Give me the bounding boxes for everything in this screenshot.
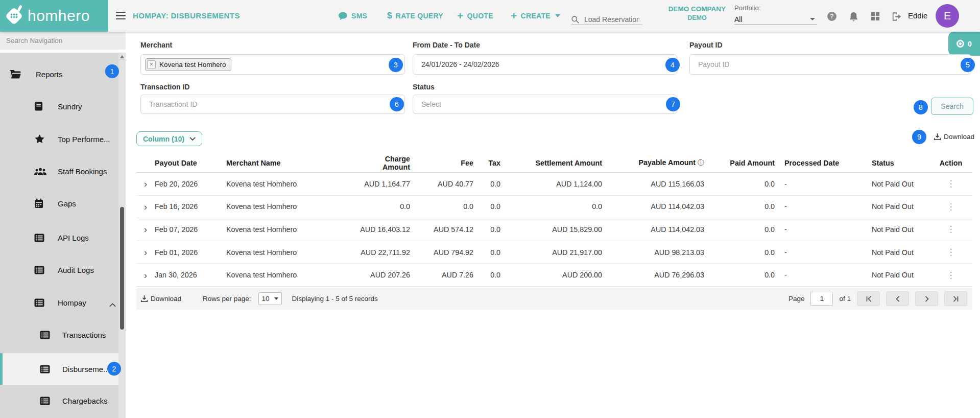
page-number-input[interactable] <box>810 292 833 306</box>
sms-button[interactable]: SMS <box>338 0 367 32</box>
transaction-id-label: Transaction ID <box>140 83 189 91</box>
row-actions-menu-icon[interactable]: ⋮ <box>947 247 955 257</box>
chip-remove-icon[interactable]: × <box>147 60 156 69</box>
cell-fee: AUD 794.92 <box>412 248 475 257</box>
download-button-footer[interactable]: Download <box>140 295 181 303</box>
create-button[interactable]: + CREATE <box>511 0 560 32</box>
merchant-input[interactable]: × Kovena test Homhero <box>140 54 405 75</box>
annotation-badge-1: 1 <box>105 64 119 78</box>
avatar[interactable]: E <box>936 4 959 28</box>
info-icon[interactable]: ⓘ <box>698 159 704 167</box>
payout-id-label: Payout ID <box>689 41 723 49</box>
quote-button[interactable]: + QUOTE <box>457 0 493 32</box>
status-field[interactable] <box>420 100 657 109</box>
cell-charge: AUD 207.26 <box>356 271 412 279</box>
sidebar-item-hompay[interactable]: Hompay <box>0 287 118 318</box>
scroll-up-arrow-icon[interactable] <box>120 55 124 58</box>
column-selector-button[interactable]: Column (10) <box>136 131 202 146</box>
plus-icon: + <box>511 10 517 21</box>
menu-hamburger-icon[interactable] <box>116 12 126 19</box>
date-range-input[interactable] <box>413 54 677 75</box>
apps-button[interactable] <box>870 11 881 22</box>
download-label: Download <box>151 295 181 303</box>
first-page-button[interactable] <box>857 291 880 306</box>
cell-payable: AUD 114,042.03 <box>604 202 706 211</box>
table-footer: Download Rows per page: 10 Displaying 1 … <box>136 288 972 310</box>
transaction-id-field[interactable] <box>148 100 385 109</box>
download-button-top[interactable]: Download <box>934 133 974 141</box>
cell-status: Not Paid Out <box>843 180 929 188</box>
row-actions-menu-icon[interactable]: ⋮ <box>947 179 955 189</box>
cell-payout-date: Feb 07, 2026 <box>155 225 226 234</box>
sms-label: SMS <box>351 12 367 20</box>
last-page-button[interactable] <box>944 291 967 306</box>
cell-payable: AUD 115,166.03 <box>604 180 706 188</box>
table-row: › Feb 07, 2026 Kovena test Homhero AUD 1… <box>136 218 972 241</box>
sidebar-item-reports[interactable]: Reports <box>0 58 118 90</box>
rate-query-label: RATE QUERY <box>396 12 443 20</box>
sidebar-item-transactions[interactable]: Transactions <box>0 319 118 351</box>
previous-page-button[interactable] <box>886 291 909 306</box>
star-icon <box>34 134 45 144</box>
load-reservation-input[interactable] <box>583 15 640 24</box>
cell-merchant: Kovena test Homhero <box>226 225 356 234</box>
record-icon <box>957 40 964 48</box>
portfolio-select[interactable]: All <box>734 14 817 25</box>
cell-tax: 0.0 <box>475 180 506 188</box>
transaction-id-input[interactable] <box>140 95 405 114</box>
logo[interactable]: homhero <box>0 0 108 32</box>
expand-row-icon[interactable]: › <box>144 224 147 234</box>
rows-per-page-label: Rows per page: <box>203 295 251 303</box>
rows-per-page-select[interactable]: 10 <box>258 292 282 305</box>
sidebar-search-input[interactable] <box>5 36 107 45</box>
sidebar-item-staff-bookings[interactable]: Staff Bookings <box>0 155 118 187</box>
sidebar-item-sundry[interactable]: Sundry <box>0 90 118 122</box>
column-header-charge-amount: Charge Amount <box>356 155 412 171</box>
expand-row-icon[interactable]: › <box>144 179 147 189</box>
sidebar-item-api-logs[interactable]: API Logs <box>0 222 118 253</box>
column-header-fee: Fee <box>412 159 475 167</box>
records-tab-count: 0 <box>968 40 972 48</box>
annotation-badge-9: 9 <box>912 130 926 144</box>
sidebar-item-top-performers[interactable]: Top Performe... <box>0 123 118 155</box>
cell-processed: - <box>776 248 843 257</box>
cell-tax: 0.0 <box>475 248 506 257</box>
sidebar-search[interactable] <box>0 32 126 50</box>
sidebar-item-audit-logs[interactable]: Audit Logs <box>0 254 118 286</box>
scrollbar-thumb[interactable] <box>120 207 124 330</box>
sidebar-scrollbar[interactable] <box>118 53 126 418</box>
logout-button[interactable] <box>891 11 902 22</box>
notifications-button[interactable] <box>848 11 859 22</box>
expand-row-icon[interactable]: › <box>144 270 147 280</box>
sidebar-item-label: Transactions <box>62 331 106 339</box>
search-button[interactable]: Search <box>931 98 973 115</box>
company-line2: DEMO <box>664 14 730 21</box>
chevron-down-icon <box>555 14 560 17</box>
search-icon <box>571 15 580 24</box>
expand-row-icon[interactable]: › <box>144 202 147 212</box>
status-select[interactable] <box>413 95 677 114</box>
row-actions-menu-icon[interactable]: ⋮ <box>947 224 955 234</box>
records-tab[interactable]: 0 <box>948 32 980 56</box>
bell-icon <box>849 11 858 22</box>
sidebar-separator <box>0 50 126 53</box>
sidebar-item-disbursements[interactable]: Disburseme... <box>0 353 118 385</box>
help-button[interactable]: ? <box>826 11 838 22</box>
rate-query-button[interactable]: $ RATE QUERY <box>387 0 443 32</box>
sidebar-item-chargebacks[interactable]: Chargebacks <box>0 385 118 416</box>
row-actions-menu-icon[interactable]: ⋮ <box>947 202 955 212</box>
page-of-label: of 1 <box>839 295 851 303</box>
next-page-button[interactable] <box>915 291 938 306</box>
cell-payout-date: Feb 20, 2026 <box>155 180 226 188</box>
load-reservation-search[interactable] <box>571 14 642 25</box>
chevron-up-icon[interactable] <box>109 300 116 309</box>
row-actions-menu-icon[interactable]: ⋮ <box>947 270 955 280</box>
payout-id-field[interactable] <box>697 60 950 69</box>
expand-row-icon[interactable]: › <box>144 247 147 257</box>
annotation-badge-7: 7 <box>666 97 680 111</box>
date-range-value[interactable] <box>420 60 657 69</box>
merchant-chip: × Kovena test Homhero <box>145 58 231 71</box>
payout-id-input[interactable] <box>689 54 971 75</box>
app-screen: homhero HOMPAY: DISBURSEMENTS SMS $ RATE… <box>0 0 980 418</box>
sidebar-item-gaps[interactable]: Gaps <box>0 188 118 219</box>
